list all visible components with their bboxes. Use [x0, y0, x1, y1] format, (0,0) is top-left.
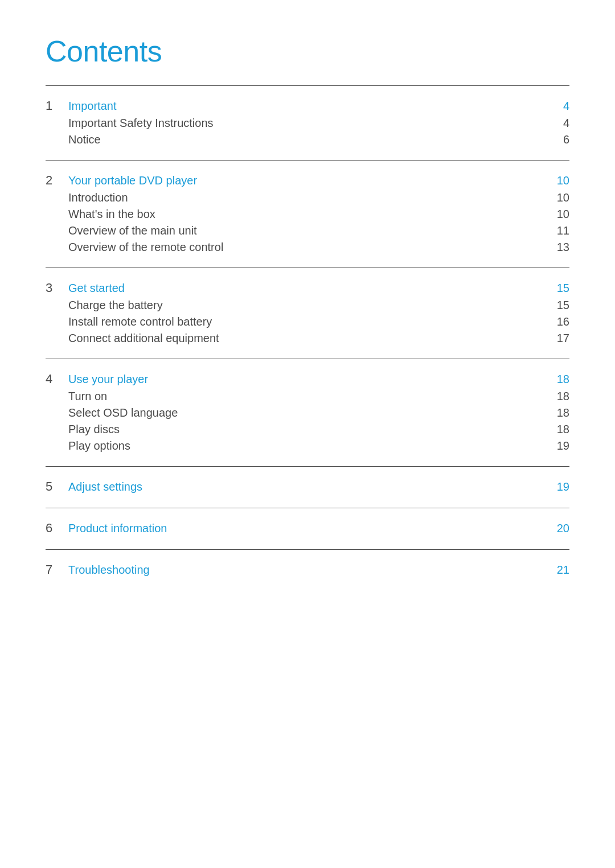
toc-section-5: 5Adjust settings19 [46, 466, 569, 508]
toc-sublabel-2-1: What's in the box [68, 208, 547, 221]
toc-subrow-2-3: Overview of the remote control13 [46, 241, 569, 254]
toc-row-4: 4Use your player18 [46, 372, 569, 386]
toc-section-4: 4Use your player18Turn on18Select OSD la… [46, 359, 569, 466]
toc-sublabel-3-0: Charge the battery [68, 299, 547, 312]
toc-sublabel-2-3: Overview of the remote control [68, 241, 547, 254]
toc-row-5: 5Adjust settings19 [46, 479, 569, 494]
toc-subrow-4-3: Play options19 [46, 439, 569, 452]
toc-sublabel-1-0: Important Safety Instructions [68, 117, 547, 130]
toc-sublabel-3-1: Install remote control battery [68, 315, 547, 328]
toc-row-2: 2Your portable DVD player10 [46, 173, 569, 188]
toc-subrow-4-1: Select OSD language18 [46, 406, 569, 419]
toc-number-4: 4 [46, 372, 68, 386]
toc-section-3: 3Get started15Charge the battery15Instal… [46, 268, 569, 359]
toc-subrow-2-2: Overview of the main unit11 [46, 224, 569, 237]
toc-sublabel-4-2: Play discs [68, 423, 547, 436]
toc-section-1: 1Important4Important Safety Instructions… [46, 85, 569, 160]
toc-section-title-1: Important [68, 100, 547, 113]
toc-page-3: 15 [547, 282, 569, 295]
toc-page-4: 18 [547, 373, 569, 386]
toc-section-title-4: Use your player [68, 373, 547, 386]
toc-section-title-2: Your portable DVD player [68, 174, 547, 187]
toc-page-5: 19 [547, 480, 569, 493]
toc-subpage-3-2: 17 [547, 332, 569, 345]
toc-section-2: 2Your portable DVD player10Introduction1… [46, 160, 569, 268]
toc-row-3: 3Get started15 [46, 281, 569, 295]
toc-subpage-1-0: 4 [547, 117, 569, 130]
toc-subrow-2-1: What's in the box10 [46, 208, 569, 221]
toc-subpage-1-1: 6 [547, 133, 569, 146]
toc-subpage-3-1: 16 [547, 315, 569, 328]
page-title: Contents [46, 34, 569, 68]
toc-sublabel-2-2: Overview of the main unit [68, 224, 547, 237]
toc-number-7: 7 [46, 562, 68, 577]
toc-page-2: 10 [547, 174, 569, 187]
toc-subpage-2-3: 13 [547, 241, 569, 254]
toc-subpage-2-2: 11 [547, 224, 569, 237]
toc-section-title-7: Troubleshooting [68, 563, 547, 577]
toc-section-6: 6Product information20 [46, 508, 569, 549]
toc-number-6: 6 [46, 521, 68, 536]
toc-subrow-3-1: Install remote control battery16 [46, 315, 569, 328]
toc-sublabel-2-0: Introduction [68, 191, 547, 204]
toc-row-1: 1Important4 [46, 98, 569, 113]
toc-subrow-2-0: Introduction10 [46, 191, 569, 204]
toc-number-3: 3 [46, 281, 68, 295]
toc-subpage-4-2: 18 [547, 423, 569, 436]
toc-sublabel-4-3: Play options [68, 439, 547, 452]
toc-page-6: 20 [547, 522, 569, 535]
toc-section-title-6: Product information [68, 522, 547, 535]
toc-subpage-4-0: 18 [547, 390, 569, 403]
toc-subrow-3-2: Connect additional equipment17 [46, 332, 569, 345]
toc-container: 1Important4Important Safety Instructions… [46, 85, 569, 591]
toc-number-1: 1 [46, 98, 68, 113]
toc-number-2: 2 [46, 173, 68, 188]
toc-sublabel-1-1: Notice [68, 133, 547, 146]
toc-subrow-1-0: Important Safety Instructions4 [46, 117, 569, 130]
toc-page-1: 4 [547, 100, 569, 113]
toc-subpage-2-1: 10 [547, 208, 569, 221]
toc-sublabel-3-2: Connect additional equipment [68, 332, 547, 345]
toc-subpage-3-0: 15 [547, 299, 569, 312]
toc-number-5: 5 [46, 479, 68, 494]
toc-row-6: 6Product information20 [46, 521, 569, 536]
toc-subrow-4-0: Turn on18 [46, 390, 569, 403]
toc-subpage-4-3: 19 [547, 439, 569, 452]
toc-row-7: 7Troubleshooting21 [46, 562, 569, 577]
toc-section-title-3: Get started [68, 282, 547, 295]
toc-subrow-4-2: Play discs18 [46, 423, 569, 436]
toc-sublabel-4-0: Turn on [68, 390, 547, 403]
toc-subpage-2-0: 10 [547, 191, 569, 204]
toc-section-title-5: Adjust settings [68, 480, 547, 493]
toc-section-7: 7Troubleshooting21 [46, 549, 569, 591]
toc-sublabel-4-1: Select OSD language [68, 406, 547, 419]
toc-subpage-4-1: 18 [547, 406, 569, 419]
toc-subrow-3-0: Charge the battery15 [46, 299, 569, 312]
toc-page-7: 21 [547, 563, 569, 577]
toc-subrow-1-1: Notice6 [46, 133, 569, 146]
